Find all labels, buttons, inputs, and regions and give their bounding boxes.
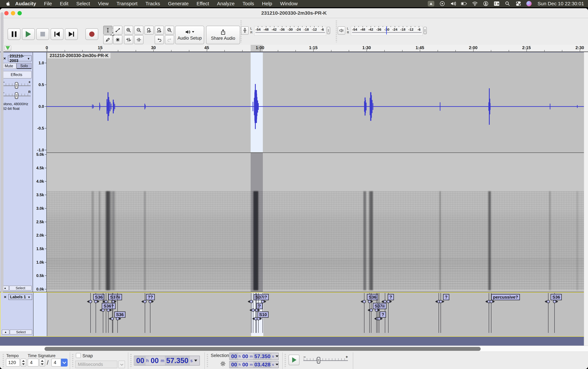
playback-meter[interactable]: LR-54-48-42-36-30-24-18-12-6 — [338, 26, 428, 35]
label-end-handle[interactable] — [490, 300, 493, 303]
time-format-arrow-icon[interactable] — [194, 359, 197, 362]
track-select-button[interactable]: Select — [9, 286, 32, 290]
horizontal-scrollbar[interactable] — [0, 346, 588, 351]
time-signature-stepper[interactable] — [39, 359, 45, 367]
gain-slider-thumb[interactable] — [15, 82, 18, 89]
meter-handle[interactable] — [327, 27, 330, 34]
label-end-handle[interactable] — [149, 300, 152, 303]
label-item[interactable]: ? — [388, 294, 394, 300]
share-audio-button[interactable]: Share Audio — [206, 26, 240, 44]
mute-button[interactable]: Mute — [1, 63, 17, 69]
label-end-handle[interactable] — [111, 300, 115, 303]
label-item[interactable]: S36 — [93, 294, 104, 300]
label-item[interactable]: ? — [380, 311, 386, 318]
selection-start-time[interactable]: 00 h 00 m 57.350 s — [229, 353, 279, 360]
zoom-toggle-button[interactable] — [165, 26, 174, 35]
record-button[interactable] — [85, 28, 98, 40]
selection-start-format-arrow-icon[interactable] — [276, 356, 279, 357]
spectrogram-view[interactable] — [47, 153, 584, 292]
stop-button[interactable] — [36, 28, 49, 40]
fit-selection-button[interactable] — [144, 26, 154, 35]
menu-item-select[interactable]: Select — [72, 1, 94, 6]
label-start-handle[interactable] — [250, 300, 253, 303]
menu-item-tracks[interactable]: Tracks — [142, 1, 164, 6]
selection-length-time[interactable]: 00 h 00 m 03.428 s — [229, 361, 279, 368]
selection-length-format-arrow-icon[interactable] — [276, 364, 279, 365]
label-start-handle[interactable] — [89, 300, 92, 303]
horizontal-scrollbar-thumb[interactable] — [44, 347, 481, 351]
silence-audio-button[interactable] — [134, 35, 144, 44]
redo-button[interactable] — [165, 35, 174, 44]
play-speed-slider[interactable]: −+ — [303, 355, 348, 364]
label-item[interactable]: percussive? — [491, 294, 520, 300]
timeline-ruler[interactable]: 01530451:001:151:301:452:002:152:30 — [0, 45, 588, 52]
snap-checkbox[interactable] — [76, 353, 81, 358]
label-item[interactable]: S36 — [551, 294, 562, 300]
close-labels-track-button[interactable]: × — [2, 294, 8, 300]
audio-setup-button[interactable]: Audio Setup — [175, 26, 204, 44]
vertical-scrollbar[interactable] — [584, 52, 588, 346]
undo-button[interactable] — [155, 35, 164, 44]
tempo-stepper[interactable] — [21, 359, 26, 367]
label-start-handle[interactable] — [370, 308, 373, 312]
label-item[interactable]: ? — [256, 303, 263, 309]
pause-button[interactable] — [8, 28, 21, 40]
label-start-handle[interactable] — [251, 308, 255, 312]
label-end-handle[interactable] — [553, 300, 556, 303]
timeline-options-button[interactable] — [4, 45, 11, 51]
effects-button[interactable]: Effects — [1, 71, 32, 79]
zoom-out-button[interactable] — [134, 26, 144, 35]
vertical-scale-ruler[interactable]: 1.00.50.0-0.5-1.05.0k4.5k4.0k3.5k3.0k2.5… — [33, 52, 47, 292]
draw-tool-button[interactable] — [103, 35, 113, 44]
menu-item-window[interactable]: Window — [276, 1, 302, 6]
label-end-handle[interactable] — [439, 300, 442, 303]
waveform-view[interactable]: 231210-200330-2m30s-PR-K — [47, 52, 584, 152]
selection-tool-button[interactable] — [103, 26, 113, 35]
fit-project-button[interactable] — [155, 26, 164, 35]
menu-item-file[interactable]: File — [40, 1, 56, 6]
snap-format-chevron[interactable] — [118, 361, 125, 368]
menu-item-audacity[interactable]: Audacity — [11, 1, 40, 6]
zoom-in-button[interactable] — [124, 26, 133, 35]
label-item[interactable]: S36 — [114, 311, 125, 318]
label-item[interactable]: S10 — [258, 311, 268, 318]
menu-item-help[interactable]: Help — [258, 1, 276, 6]
label-item[interactable]: ?? — [146, 294, 155, 300]
label-item[interactable]: S36? — [102, 303, 116, 309]
menu-item-transport[interactable]: Transport — [113, 1, 142, 6]
label-start-handle[interactable] — [111, 317, 114, 320]
selection-settings-button[interactable] — [219, 360, 227, 367]
collapse-labels-track-button[interactable]: ▲ — [2, 330, 10, 335]
gain-slider[interactable]: −+ — [2, 81, 31, 89]
label-end-handle[interactable] — [387, 300, 390, 303]
multi-tool-button[interactable] — [113, 35, 122, 44]
play-status-icon[interactable] — [439, 1, 445, 7]
menu-item-analyze[interactable]: Analyze — [213, 1, 239, 6]
meter-handle[interactable] — [423, 27, 427, 34]
audio-position-time[interactable]: 00 h 00 m 57.350 s — [134, 356, 200, 366]
play-speed-slider-thumb[interactable] — [317, 357, 320, 364]
envelope-tool-button[interactable] — [113, 26, 122, 35]
user-account-icon[interactable] — [483, 1, 489, 7]
label-item[interactable]: S37ii — [108, 294, 122, 300]
play-at-speed-button[interactable] — [289, 355, 299, 365]
labels-track-select-button[interactable]: Select — [10, 330, 32, 335]
time-signature-upper-input[interactable]: 4 — [28, 359, 39, 367]
battery-icon[interactable] — [461, 1, 467, 7]
snap-format-select[interactable]: Milliseconds — [75, 361, 117, 368]
label-start-handle[interactable] — [104, 300, 108, 303]
menu-item-tools[interactable]: Tools — [239, 1, 258, 6]
label-start-handle[interactable] — [143, 300, 147, 303]
control-center-icon[interactable] — [516, 1, 521, 7]
label-end-handle[interactable] — [368, 300, 371, 303]
apple-menu-icon[interactable] — [5, 1, 11, 7]
label-end-handle[interactable] — [261, 300, 264, 303]
label-item[interactable]: S37ii — [373, 303, 386, 309]
time-minutes[interactable]: 00 — [149, 356, 160, 365]
menu-item-view[interactable]: View — [94, 1, 113, 6]
menu-clock[interactable]: Sun Dec 10 22:30:01 — [537, 1, 584, 6]
labels-track-name-menu[interactable]: Labels 1 — [8, 294, 32, 300]
record-meter-mic-button[interactable] — [241, 26, 249, 35]
siri-icon[interactable] — [526, 1, 532, 6]
time-hours[interactable]: 00 — [135, 356, 146, 365]
